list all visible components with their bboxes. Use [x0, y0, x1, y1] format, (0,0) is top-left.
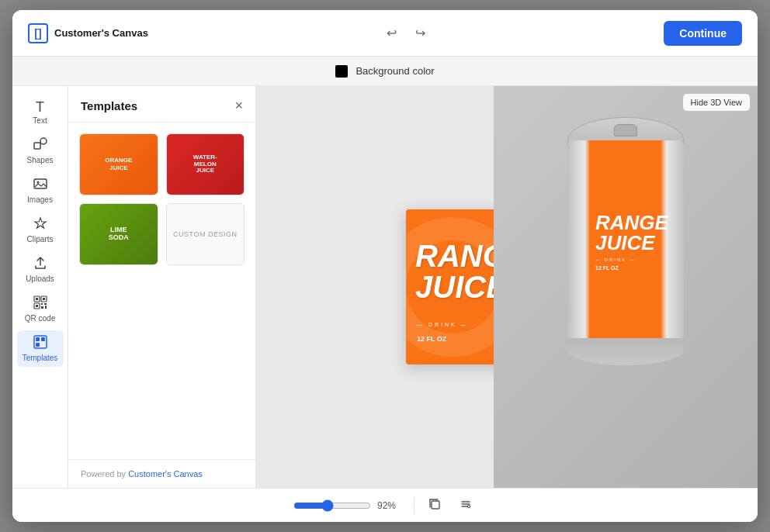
bg-color-swatch[interactable] — [335, 65, 348, 78]
tmpl-orange-title: ORANGEJUICE — [105, 157, 132, 171]
tool-text-label: Text — [33, 116, 47, 125]
tmpl-lime-title: LIMESODA — [109, 226, 129, 242]
tool-templates-label: Templates — [23, 354, 58, 362]
canvas-area: Lorem ipsum dolor sit amet, consectetur … — [256, 86, 758, 488]
can-main-text: RANGE JUICE — [595, 212, 653, 253]
sidebar-tools: T Text Shapes — [12, 86, 68, 488]
can-3d: RANGE JUICE — DRINK — 12 FL OZ — [556, 117, 695, 365]
tool-qrcode-label: QR code — [25, 314, 55, 323]
view-3d-panel: Hide 3D View RANGE JUICE — DRINK — — [494, 86, 758, 488]
tool-cliparts-label: Cliparts — [27, 235, 54, 244]
tool-text[interactable]: T Text — [17, 95, 64, 130]
svg-rect-5 — [36, 298, 38, 300]
tmpl-custom-label: CUSTOM DESIGN — [173, 230, 237, 238]
hide-3d-button[interactable]: Hide 3D View — [683, 94, 750, 111]
tool-images-label: Images — [27, 195, 53, 204]
label-drink-text: — DRINK — — [417, 322, 469, 327]
svg-rect-11 — [44, 303, 47, 305]
tool-qrcode[interactable]: QR code — [17, 291, 64, 327]
powered-by-link[interactable]: Customer's Canvas — [128, 469, 203, 478]
tool-shapes[interactable]: Shapes — [17, 133, 64, 169]
bottom-toolbar: 92% — [12, 488, 758, 522]
redo-button[interactable]: ↪ — [411, 22, 430, 43]
svg-rect-0 — [34, 143, 40, 149]
svg-rect-16 — [41, 337, 45, 341]
template-custom-design[interactable]: CUSTOM DESIGN — [166, 203, 245, 265]
svg-rect-9 — [36, 305, 38, 307]
logo-icon: [] — [28, 23, 48, 43]
can-body: RANGE JUICE — DRINK — 12 FL OZ — [567, 140, 684, 342]
can-text-line2: JUICE — [595, 231, 655, 254]
zoom-slider-container: 92% — [293, 499, 404, 512]
panel-header: Templates × — [68, 86, 255, 123]
logo: [] Customer's Canvas — [28, 23, 148, 43]
cliparts-icon — [33, 216, 47, 233]
toolbar-separator — [414, 498, 414, 513]
header: [] Customer's Canvas ↩ ↪ Continue — [12, 10, 758, 57]
svg-rect-12 — [41, 306, 43, 309]
templates-panel: Templates × ORANGEJUICE WATER-MELONJUICE — [68, 86, 256, 488]
svg-rect-17 — [36, 343, 40, 347]
settings-button[interactable] — [455, 495, 477, 516]
header-center: ↩ ↪ — [382, 22, 430, 43]
tool-uploads-label: Uploads — [26, 275, 54, 283]
main-area: T Text Shapes — [12, 86, 758, 488]
tool-cliparts[interactable]: Cliparts — [17, 212, 64, 248]
qrcode-icon — [33, 295, 47, 312]
uploads-icon — [33, 256, 47, 272]
panel-title: Templates — [81, 99, 137, 112]
svg-rect-18 — [432, 501, 439, 509]
svg-rect-7 — [43, 298, 45, 300]
continue-button[interactable]: Continue — [664, 21, 742, 46]
can-drink-label: — DRINK — — [595, 257, 653, 262]
templates-grid: ORANGEJUICE WATER-MELONJUICE LIMESODA — [68, 123, 255, 459]
undo-button[interactable]: ↩ — [382, 22, 401, 43]
shapes-icon — [33, 137, 47, 154]
zoom-label: 92% — [377, 500, 404, 511]
tool-uploads[interactable]: Uploads — [17, 251, 64, 288]
can-bottom — [567, 338, 684, 365]
can-floz-label: 12 FL OZ — [595, 265, 653, 271]
template-watermelon[interactable]: WATER-MELONJUICE — [166, 133, 245, 195]
can-label-area: RANGE JUICE — DRINK — 12 FL OZ — [589, 140, 659, 342]
tool-images[interactable]: Images — [17, 172, 64, 209]
close-panel-button[interactable]: × — [234, 98, 243, 112]
svg-point-1 — [40, 138, 47, 144]
template-lime-soda[interactable]: LIMESODA — [79, 203, 158, 265]
svg-rect-13 — [45, 306, 47, 309]
tool-shapes-label: Shapes — [27, 156, 54, 164]
text-icon: T — [36, 100, 44, 114]
sub-header: Background color — [12, 57, 758, 86]
app-window: [] Customer's Canvas ↩ ↪ Continue Backgr… — [12, 10, 758, 522]
panel-footer: Powered by Customer's Canvas — [68, 459, 255, 488]
copy-button[interactable] — [424, 495, 446, 516]
label-floz-text: 12 FL OZ — [417, 335, 446, 343]
svg-rect-2 — [34, 179, 47, 188]
tmpl-watermelon-title: WATER-MELONJUICE — [193, 154, 217, 174]
svg-point-3 — [36, 181, 39, 184]
can-tab — [614, 124, 637, 136]
tool-templates[interactable]: Templates — [17, 330, 64, 367]
images-icon — [33, 177, 47, 193]
bg-color-label[interactable]: Background color — [356, 65, 434, 77]
powered-by-text: Powered by — [81, 469, 128, 478]
svg-point-19 — [468, 506, 470, 508]
svg-rect-15 — [36, 337, 40, 341]
templates-icon — [33, 335, 47, 351]
template-orange-juice[interactable]: ORANGEJUICE — [79, 133, 158, 195]
logo-text: Customer's Canvas — [54, 27, 148, 40]
svg-rect-10 — [41, 303, 43, 305]
zoom-slider[interactable] — [293, 499, 371, 512]
